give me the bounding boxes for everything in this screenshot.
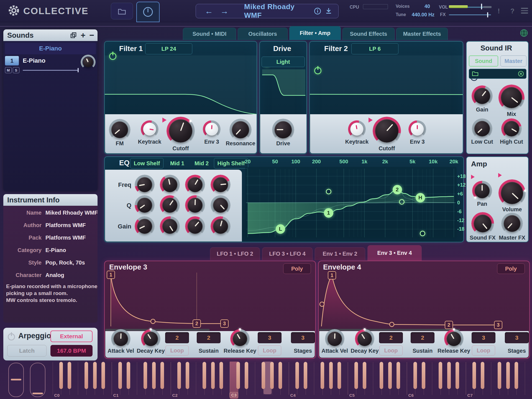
eq-q-knob-1[interactable]	[137, 198, 152, 213]
black-key[interactable]	[59, 362, 63, 389]
envelope3-loop-button-1[interactable]: Loop	[165, 345, 189, 355]
filter2-keytrack-knob[interactable]	[351, 123, 363, 136]
sound-ir-tab-sound[interactable]: Sound	[469, 55, 498, 67]
amp-soundfx-knob[interactable]	[474, 215, 492, 232]
black-key[interactable]	[152, 362, 156, 389]
black-key[interactable]	[278, 362, 282, 389]
eq-gain-knob-3[interactable]	[188, 219, 203, 234]
eq-freq-knob-1[interactable]	[137, 177, 152, 192]
eq-band-node-H[interactable]: H	[416, 193, 425, 202]
mod-wheel[interactable]	[30, 363, 45, 397]
envelope4-node-1[interactable]: 1	[328, 271, 336, 279]
black-key[interactable]	[498, 362, 501, 389]
filter1-keytrack-knob[interactable]	[143, 123, 156, 136]
drive-curve-display[interactable]	[262, 69, 305, 105]
tab-master-effects[interactable]: Master Effects	[396, 28, 448, 40]
envelope3-loop-end-value[interactable]: 3	[258, 332, 282, 343]
black-key[interactable]	[354, 362, 358, 389]
black-key[interactable]	[245, 362, 248, 389]
preset-name[interactable]: Miked Rhoady WMF	[244, 2, 314, 20]
envelope4-sustain-value[interactable]: 2	[411, 332, 434, 343]
envelope3-attack-knob[interactable]	[114, 332, 128, 346]
eq-aux-node-1[interactable]	[326, 189, 331, 194]
black-key[interactable]	[144, 362, 147, 389]
mute-button[interactable]: M	[5, 67, 12, 73]
sound-slot-name[interactable]: E-Piano	[23, 57, 45, 64]
eq-aux-node-2[interactable]	[399, 199, 405, 205]
add-sound-button[interactable]: +	[81, 32, 86, 38]
black-key[interactable]	[270, 362, 274, 389]
menu-icon[interactable]	[521, 8, 528, 14]
eq-q-knob-4[interactable]	[213, 198, 228, 213]
black-key[interactable]	[363, 362, 366, 389]
envelope4-loop-button-1[interactable]: Loop	[379, 345, 403, 355]
eq-band-node-2[interactable]: 2	[393, 185, 402, 194]
solo-button[interactable]: S	[13, 67, 19, 73]
black-key[interactable]	[472, 362, 476, 389]
black-key[interactable]	[422, 362, 425, 389]
arpeggio-power-icon[interactable]	[8, 333, 15, 340]
globe-icon[interactable]	[520, 29, 528, 37]
black-key[interactable]	[329, 362, 333, 389]
black-key[interactable]	[304, 362, 307, 389]
tab-oscillators[interactable]: Oscillators	[238, 28, 288, 40]
envelope4-loop-end-value[interactable]: 3	[472, 332, 495, 343]
tab-sound-effects[interactable]: Sound Effects	[342, 28, 395, 40]
black-key[interactable]	[413, 362, 417, 389]
black-key[interactable]	[388, 362, 392, 389]
black-key[interactable]	[262, 362, 265, 389]
filter2-cutoff-knob[interactable]	[375, 119, 398, 143]
filter1-env3-knob[interactable]	[205, 123, 218, 136]
sound-group-bar[interactable]: E-Piano	[5, 43, 96, 54]
eq-q-knob-3[interactable]	[188, 198, 203, 213]
preset-info-icon[interactable]	[314, 7, 321, 15]
envelope4-loop-start-value[interactable]: 2	[379, 332, 403, 343]
filter2-type-dropdown[interactable]: LP 6	[351, 43, 398, 54]
eq-freq-knob-3[interactable]	[188, 177, 203, 192]
black-key[interactable]	[321, 362, 324, 389]
envelope3-sustain-value[interactable]: 2	[197, 332, 221, 343]
black-key[interactable]	[515, 362, 518, 389]
envelope4-curve-display[interactable]	[319, 270, 529, 329]
filter1-resonance-knob[interactable]	[232, 121, 249, 138]
ir-file-bar[interactable]	[469, 69, 526, 79]
filter2-response-display[interactable]	[310, 55, 463, 114]
black-key[interactable]	[118, 362, 122, 389]
eq-q-knob-2[interactable]	[162, 198, 177, 213]
black-key[interactable]	[203, 362, 206, 389]
envelope4-node-2[interactable]: 2	[445, 321, 453, 329]
tab-filter-amp[interactable]: Filter • Amp	[289, 26, 341, 40]
ir-mix-knob[interactable]	[501, 87, 522, 108]
eq-aux-node-3[interactable]	[420, 231, 425, 236]
black-key[interactable]	[160, 362, 164, 389]
help-button[interactable]: ?	[510, 7, 515, 15]
black-key[interactable]	[397, 362, 400, 389]
amp-pan-knob[interactable]	[475, 183, 490, 198]
black-key[interactable]	[68, 362, 71, 389]
pitch-wheel[interactable]	[8, 363, 24, 397]
ir-highcut-knob[interactable]	[504, 121, 519, 136]
drive-amount-knob[interactable]	[275, 121, 292, 138]
black-key[interactable]	[380, 362, 383, 389]
black-key[interactable]	[456, 362, 459, 389]
ir-lowcut-knob[interactable]	[474, 121, 490, 136]
envelope4-release-knob[interactable]	[447, 332, 461, 346]
piano-keyboard[interactable]: C0C1C2C3C4C5C6C7	[0, 360, 532, 399]
ir-folder-icon[interactable]	[472, 71, 479, 77]
filter1-type-dropdown[interactable]: LP 24	[145, 43, 192, 54]
black-key[interactable]	[481, 362, 484, 389]
tab-env34[interactable]: Env 3 • Env 4	[367, 245, 422, 261]
black-key[interactable]	[447, 362, 451, 389]
sound-pan-knob[interactable]	[83, 57, 93, 67]
voices-value[interactable]: 40	[424, 4, 430, 9]
eq-band-node-1[interactable]: 1	[324, 208, 333, 218]
alert-button[interactable]: !	[498, 7, 500, 15]
eq-freq-knob-4[interactable]	[213, 177, 228, 192]
sound-ir-tab-master[interactable]: Master	[500, 55, 526, 67]
envelope3-curve-display[interactable]	[105, 270, 315, 329]
envelope4-node-3[interactable]: 3	[494, 321, 502, 329]
envelope4-stages-value[interactable]: 3	[505, 332, 529, 343]
eq-band-tab-lowshelf[interactable]: Low Shelf	[130, 158, 163, 169]
fx-slider-thumb[interactable]	[487, 12, 488, 17]
black-key[interactable]	[93, 362, 97, 389]
